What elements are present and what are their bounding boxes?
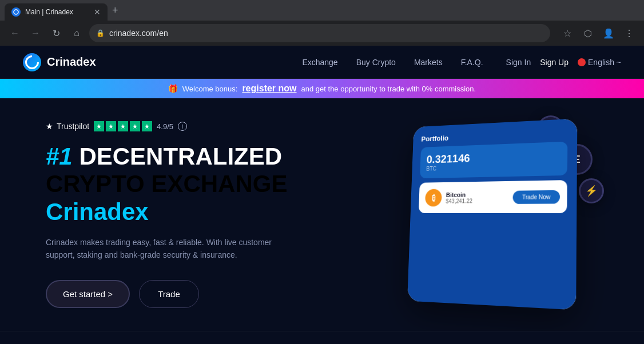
sign-in-button[interactable]: Sign In	[506, 58, 531, 67]
auth-buttons: Sign In Sign Up English ~	[506, 58, 621, 67]
menu-button[interactable]: ⋮	[621, 25, 637, 41]
star-3: ★	[118, 121, 128, 131]
coin-lightning: ⚡	[579, 178, 604, 203]
btc-name: Bitcoin	[446, 190, 509, 198]
hero-section: ★ Trustpilot ★ ★ ★ ★ ★ 4.9/5 i #1 DECENT…	[0, 98, 644, 331]
trustpilot-star-icon: ★	[46, 122, 53, 131]
gift-icon: 🎁	[168, 84, 178, 93]
hero-number: #1	[46, 143, 73, 170]
phone-trade-button[interactable]: Trade Now	[513, 190, 560, 203]
star-4: ★	[130, 121, 140, 131]
back-button[interactable]: ←	[7, 25, 23, 41]
new-tab-button[interactable]: +	[108, 5, 123, 17]
hero-title: #1 DECENTRALIZED CRYPTO EXCHANGE Crinade…	[46, 143, 287, 226]
btc-price: $43,241.22	[446, 197, 508, 204]
get-started-button[interactable]: Get started >	[46, 280, 130, 308]
phone-screen: Portfolio 0.321146 BTC ₿ Bitcoin $43,241…	[407, 118, 577, 310]
reload-button[interactable]: ↻	[48, 25, 64, 41]
tab-favicon	[11, 7, 21, 17]
lightning-symbol: ⚡	[585, 185, 598, 197]
logo-text: Crinadex	[47, 55, 96, 69]
stats-bar: 200+ $4.13B 13M + 548.29%	[0, 331, 644, 344]
logo-ring	[22, 53, 42, 72]
hero-title-line2: CRYPTO EXCHANGE	[46, 170, 287, 197]
banner-pre-text: Welcome bonus:	[182, 85, 238, 93]
lock-icon: 🔒	[96, 29, 105, 37]
phone-portfolio-header: Portfolio	[421, 128, 567, 143]
trustpilot-name: Trustpilot	[57, 122, 89, 131]
nav-markets[interactable]: Markets	[414, 58, 443, 67]
browser-controls: ← → ↻ ⌂ 🔒 crinadex.com/en ☆ ⬡ 👤 ⋮	[0, 21, 644, 46]
bookmark-button[interactable]: ☆	[559, 25, 575, 41]
star-2: ★	[106, 121, 116, 131]
hero-description: Crinadex makes trading easy, fast & reli…	[46, 236, 286, 262]
forward-button[interactable]: →	[27, 25, 43, 41]
site-header: Crinadex Exchange Buy Crypto Markets F.A…	[0, 46, 644, 79]
extensions-button[interactable]: ⬡	[580, 25, 596, 41]
btc-icon: ₿	[425, 189, 442, 207]
btc-info: Bitcoin $43,241.22	[446, 190, 508, 204]
promo-banner: 🎁 Welcome bonus: register now and get th…	[0, 79, 644, 98]
language-flag	[578, 58, 586, 66]
banner-register-link[interactable]: register now	[242, 83, 296, 94]
language-selector[interactable]: English ~	[578, 58, 621, 67]
hero-content: ★ Trustpilot ★ ★ ★ ★ ★ 4.9/5 i #1 DECENT…	[46, 121, 287, 308]
sign-up-button[interactable]: Sign Up	[540, 58, 569, 67]
tab-title: Main | Crinadex	[25, 8, 73, 16]
website: Crinadex Exchange Buy Crypto Markets F.A…	[0, 46, 644, 344]
rating-value: 4.9/5	[157, 122, 173, 131]
home-button[interactable]: ⌂	[69, 25, 85, 41]
info-icon[interactable]: i	[178, 122, 187, 131]
hero-brand: Crinadex	[46, 198, 287, 226]
hero-illustration: ≡ Ξ ⚡ Portfolio 0.321146 BTC ₿	[369, 110, 610, 315]
browser-chrome: Main | Crinadex ✕ + ← → ↻ ⌂ 🔒 crinadex.c…	[0, 0, 644, 46]
main-nav: Exchange Buy Crypto Markets F.A.Q.	[302, 58, 483, 67]
logo[interactable]: Crinadex	[23, 53, 96, 71]
hero-title-rest: DECENTRALIZED	[79, 143, 282, 170]
active-tab[interactable]: Main | Crinadex ✕	[5, 3, 108, 21]
profile-button[interactable]: 👤	[601, 25, 617, 41]
hero-buttons: Get started > Trade	[46, 280, 287, 308]
star-5: ★	[142, 121, 152, 131]
btc-card: ₿ Bitcoin $43,241.22 Trade Now	[419, 180, 567, 213]
language-label: English ~	[588, 58, 621, 67]
nav-faq[interactable]: F.A.Q.	[461, 58, 483, 67]
svg-point-0	[14, 10, 18, 14]
address-text: crinadex.com/en	[109, 29, 168, 38]
trustpilot-rating: ★ Trustpilot ★ ★ ★ ★ ★ 4.9/5 i	[46, 121, 287, 131]
star-rating: ★ ★ ★ ★ ★	[94, 121, 152, 131]
phone-amount-card: 0.321146 BTC	[420, 142, 567, 179]
trade-button[interactable]: Trade	[139, 280, 199, 308]
phone-mockup: Portfolio 0.321146 BTC ₿ Bitcoin $43,241…	[407, 118, 577, 310]
nav-buy-crypto[interactable]: Buy Crypto	[356, 58, 396, 67]
trustpilot-logo: ★ Trustpilot	[46, 122, 89, 131]
hero-title-line1: #1 DECENTRALIZED	[46, 143, 282, 170]
address-bar[interactable]: 🔒 crinadex.com/en	[89, 24, 550, 42]
banner-post-text: and get the opportunity to trade with 0%…	[301, 85, 476, 93]
logo-icon	[23, 53, 41, 71]
nav-exchange[interactable]: Exchange	[302, 58, 337, 67]
tab-close-button[interactable]: ✕	[94, 7, 101, 17]
tab-bar: Main | Crinadex ✕ +	[0, 0, 644, 21]
star-1: ★	[94, 121, 104, 131]
browser-actions: ☆ ⬡ 👤 ⋮	[559, 25, 637, 41]
